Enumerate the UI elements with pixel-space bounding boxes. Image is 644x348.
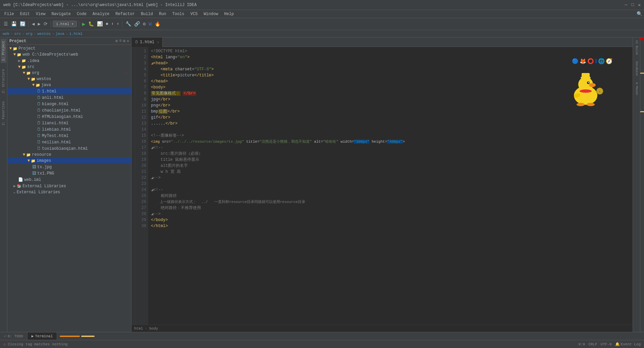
code-content[interactable]: <!DOCTYPE html> <html lang="en"> ◢<head>…	[148, 47, 633, 325]
tree-item-webiml[interactable]: 📄 web.iml	[7, 177, 131, 183]
code-line-23	[151, 181, 630, 187]
opera-icon[interactable]: ⭕	[587, 59, 594, 65]
minimize-btn[interactable]: —	[625, 2, 628, 8]
tab-close-icon[interactable]: ✕	[157, 40, 159, 44]
database-tab[interactable]: Database	[634, 60, 639, 77]
menu-file[interactable]: File	[2, 11, 17, 17]
menu-navigate[interactable]: Navigate	[49, 11, 73, 17]
menu-analyze[interactable]: Analyze	[90, 11, 112, 17]
breadcrumb-body[interactable]: body	[149, 327, 158, 331]
coverage-btn[interactable]: 📊	[96, 20, 104, 27]
panel-settings-icon[interactable]: ⚙	[123, 39, 125, 44]
external-tools-icon[interactable]: 🔗	[133, 20, 141, 27]
tree-item-org[interactable]: ▼ 📁 org ←	[7, 70, 131, 76]
tools-icon[interactable]: 🔧	[124, 20, 132, 27]
tree-item-resource[interactable]: ▼ 📁 resource	[7, 152, 131, 158]
tree-item-scratches[interactable]: ✏ External Libraries	[7, 189, 131, 195]
file-dropdown[interactable]: 1.html ▾	[53, 21, 77, 27]
ai-build-tab[interactable]: AI Build	[634, 39, 639, 56]
code-line-18: src:图片路径（必填）	[151, 151, 630, 157]
toolbar-icon-4[interactable]: ⟳	[43, 20, 49, 27]
editor-tab-1html[interactable]: 🗒 1.html ✕	[131, 38, 163, 47]
menu-help[interactable]: Help	[221, 11, 236, 17]
panel-sort-icon[interactable]: ≡	[119, 39, 121, 44]
tree-item-anli[interactable]: 🗒 anli.html	[7, 94, 131, 101]
ie-icon[interactable]: ℹ	[595, 59, 597, 65]
tree-label-webiml: web.iml	[24, 178, 41, 182]
search-icon[interactable]: 🔍	[637, 11, 642, 17]
firefox-icon[interactable]: 🦊	[580, 59, 586, 65]
bc-web[interactable]: web	[3, 32, 9, 36]
structure-tab[interactable]: Z: Structure	[1, 67, 6, 95]
menu-window[interactable]: Window	[201, 11, 221, 17]
toolbar: ☰ 💾 🔄 ◀ ▶ ⟳ 1.html ▾ ▶ 🐛 📊 ■ ⬇ ⬆ 🔧 🔗 ⚙ W…	[0, 18, 644, 30]
menu-view[interactable]: View	[33, 11, 48, 17]
debug-btn[interactable]: 🐛	[87, 20, 95, 27]
toolbar-icon-5[interactable]: ■	[105, 21, 109, 27]
chrome-icon[interactable]: 🔵	[572, 59, 579, 65]
maven-tab[interactable]: m Maven	[634, 81, 639, 96]
tree-item-tuxiao[interactable]: 🗒 tuxiaobiaoqian.html	[7, 145, 131, 152]
menu-run[interactable]: Run	[156, 11, 169, 17]
tree-item-westos[interactable]: ▼ 📁 westos	[7, 76, 131, 82]
terminal-tab[interactable]: ▶ Terminal	[27, 333, 57, 340]
bc-westos[interactable]: westos	[37, 32, 51, 36]
project-panel: Project ⚙ ≡ ⚙ ✕ ▼ 📁 Project ▼ 📁	[7, 38, 131, 332]
tree-item-1html[interactable]: 🗒 1.html	[7, 88, 131, 94]
project-tab[interactable]: 1: Project	[1, 39, 6, 63]
tree-label-scratches: External Libraries	[17, 190, 60, 195]
toolbar-icon-9[interactable]: W	[148, 21, 152, 27]
edge-icon[interactable]: 🌐	[598, 59, 605, 65]
toolbar-icon-1[interactable]: ☰	[3, 20, 9, 27]
toolbar-icon-2[interactable]: 💾	[10, 20, 18, 27]
safari-icon[interactable]: 🧭	[606, 59, 612, 65]
tree-item-mytest[interactable]: 🗒 MyTest.html	[7, 133, 131, 139]
maximize-btn[interactable]: □	[631, 2, 634, 8]
tree-item-extlibs[interactable]: ▶ 📚 External Libraries	[7, 183, 131, 189]
toolbar-icon-8[interactable]: ⚙	[142, 20, 147, 27]
menu-tools[interactable]: Tools	[170, 11, 187, 17]
tree-label-anli: anli.html	[42, 95, 64, 100]
breadcrumb-html[interactable]: html	[134, 327, 143, 331]
tree-item-chaolianjie[interactable]: 🗒 chaolianjie.html	[7, 107, 131, 114]
menu-refactor[interactable]: Refactor	[113, 11, 138, 17]
editor[interactable]: 12345 678910 1112131415 1617181920 21222…	[131, 47, 633, 325]
menu-edit[interactable]: Edit	[17, 11, 33, 17]
panel-close-icon[interactable]: ✕	[127, 39, 129, 44]
tree-item-src[interactable]: ▼ 📁 src	[7, 64, 131, 70]
tree-item-neilian[interactable]: 🗒 neilian.html	[7, 139, 131, 145]
encoding[interactable]: UTF-8	[601, 342, 612, 346]
toolbar-icon-10[interactable]: 🔥	[154, 20, 161, 27]
favorites-tab[interactable]: 2: Favorites	[1, 99, 6, 127]
bc-org[interactable]: org	[26, 32, 33, 36]
tree-item-lianxi[interactable]: 🗒 lianxi.html	[7, 120, 131, 126]
close-btn[interactable]: ✕	[638, 2, 641, 8]
menu-code[interactable]: Code	[74, 11, 89, 17]
event-log-link[interactable]: 🔔 Event Log	[615, 342, 641, 346]
line-ending[interactable]: CRLF	[588, 342, 597, 346]
toolbar-icon-7[interactable]: ⬆	[116, 21, 120, 27]
bc-java[interactable]: java	[55, 32, 64, 36]
toolbar-back[interactable]: ◀	[31, 20, 36, 27]
menu-build[interactable]: Build	[138, 11, 156, 17]
tree-item-liebiao[interactable]: 🗒 liebiao.html	[7, 126, 131, 133]
panel-sync-icon[interactable]: ⚙	[115, 39, 118, 44]
toolbar-forward[interactable]: ▶	[37, 20, 41, 27]
tree-item-txjpg[interactable]: 🖼 tx.jpg	[7, 164, 131, 170]
tree-item-project[interactable]: ▼ 📁 Project	[7, 46, 131, 52]
tree-item-biaoge[interactable]: 🗒 biaoge.html	[7, 101, 131, 107]
tree-item-images[interactable]: ▼ 📁 images	[7, 158, 131, 164]
tree-item-htmlbiaogian[interactable]: 🗒 HTMLbiaogian.html	[7, 114, 131, 120]
tree-item-java[interactable]: ▼ 📁 java	[7, 82, 131, 88]
bc-src[interactable]: src	[14, 32, 21, 36]
tree-item-web[interactable]: ▼ 📁 web C:\IdeaProjects\web	[7, 52, 131, 58]
tree-item-idea[interactable]: ▶ 📁 .idea	[7, 58, 131, 64]
toolbar-icon-3[interactable]: 🔄	[19, 20, 26, 27]
toolbar-icon-6[interactable]: ⬇	[110, 21, 115, 27]
menu-vcs[interactable]: VCS	[188, 11, 201, 17]
bc-file[interactable]: 1.html	[69, 32, 83, 36]
tree-item-tx1png[interactable]: 🖼 tx1.PNG	[7, 170, 131, 177]
cursor-position[interactable]: 9:9	[578, 342, 585, 346]
run-btn[interactable]: ▶	[81, 20, 87, 28]
todo-tab[interactable]: ✓ 6: TODO	[0, 333, 27, 340]
